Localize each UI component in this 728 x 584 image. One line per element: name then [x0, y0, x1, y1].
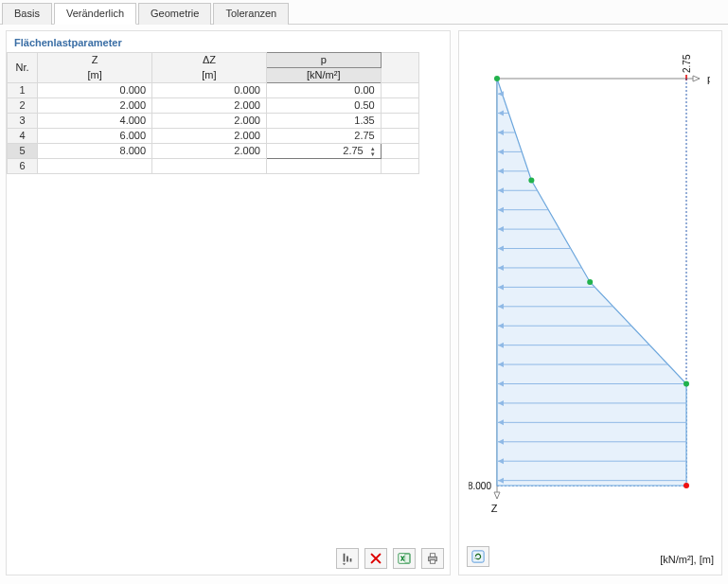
cell-z[interactable]: 2.000: [38, 98, 152, 114]
table-row[interactable]: 34.0002.0001.35: [8, 114, 419, 129]
svg-rect-3: [430, 554, 435, 557]
th-pad: [381, 53, 418, 83]
cell-dz[interactable]: 2.000: [152, 129, 267, 144]
cell-nr[interactable]: 2: [8, 98, 38, 114]
th-z[interactable]: Z: [38, 53, 152, 68]
cell-z[interactable]: [38, 159, 152, 174]
cell-p[interactable]: [266, 159, 381, 174]
svg-text:Z: Z: [491, 503, 498, 514]
print-icon: [426, 552, 439, 565]
table-row[interactable]: 10.0000.0000.00: [8, 83, 419, 98]
cell-pad: [381, 129, 418, 144]
cell-dz[interactable]: 2.000: [152, 144, 267, 159]
svg-rect-40: [472, 551, 484, 562]
axis-units-label: [kN/m²], [m]: [660, 554, 714, 565]
svg-point-36: [528, 178, 534, 184]
chart-area: p2.75Z8.000: [469, 41, 712, 537]
excel-icon: [398, 552, 411, 565]
cell-nr[interactable]: 5: [8, 144, 38, 159]
th-z-unit: [m]: [38, 68, 152, 83]
cell-p[interactable]: 0.50: [266, 98, 381, 114]
delete-button[interactable]: [364, 548, 387, 569]
cell-dz[interactable]: 0.000: [152, 83, 267, 98]
cell-pad: [381, 144, 418, 159]
panel-title: Flächenlastparameter: [7, 31, 450, 52]
load-table[interactable]: Nr. Z ΔZ p [m] [m] [kN/m²] 10.0000.0000.…: [7, 52, 419, 174]
cell-pad: [381, 98, 418, 114]
load-chart: p2.75Z8.000: [469, 41, 710, 514]
cell-p[interactable]: 2.75: [266, 129, 381, 144]
cell-p[interactable]: 1.35: [266, 114, 381, 129]
cell-nr[interactable]: 1: [8, 83, 38, 98]
left-toolbar: [7, 542, 450, 575]
th-p-unit: [kN/m²]: [266, 68, 381, 83]
th-dz[interactable]: ΔZ: [152, 53, 267, 68]
right-panel: p2.75Z8.000 [kN/m²], [m]: [458, 30, 722, 575]
cell-dz[interactable]: 2.000: [152, 98, 267, 114]
th-p[interactable]: p: [266, 53, 381, 68]
th-dz-unit: [m]: [152, 68, 267, 83]
svg-point-35: [494, 76, 500, 81]
tab-bar: Basis Veränderlich Geometrie Toleranzen: [0, 0, 728, 25]
th-nr[interactable]: Nr.: [8, 53, 38, 83]
tab-toleranzen[interactable]: Toleranzen: [213, 3, 289, 25]
cell-nr[interactable]: 6: [8, 159, 38, 174]
tab-veraenderlich[interactable]: Veränderlich: [54, 3, 136, 25]
print-button[interactable]: [421, 548, 444, 569]
svg-rect-4: [430, 560, 435, 564]
table-row[interactable]: 22.0002.0000.50: [8, 98, 419, 114]
cell-nr[interactable]: 3: [8, 114, 38, 129]
tab-geometrie[interactable]: Geometrie: [138, 3, 211, 25]
cell-dz[interactable]: 2.000: [152, 114, 267, 129]
cell-z[interactable]: 4.000: [38, 114, 152, 129]
svg-point-39: [684, 483, 689, 488]
spinner-down-icon[interactable]: ▼: [367, 151, 379, 157]
cell-pad: [381, 83, 418, 98]
table-row[interactable]: 58.0002.0002.75▲▼: [8, 144, 419, 159]
cell-pad: [381, 114, 418, 129]
table-row[interactable]: 6: [8, 159, 419, 174]
cell-p[interactable]: 2.75▲▼: [266, 144, 381, 159]
cell-pad: [381, 159, 418, 174]
svg-text:p: p: [707, 73, 710, 84]
sort-icon: [341, 552, 354, 565]
cell-dz[interactable]: [152, 159, 267, 174]
svg-text:8.000: 8.000: [469, 481, 491, 491]
tab-basis[interactable]: Basis: [2, 3, 52, 25]
table-row[interactable]: 46.0002.0002.75: [8, 129, 419, 144]
svg-point-38: [684, 381, 689, 387]
cell-z[interactable]: 6.000: [38, 129, 152, 144]
left-panel: Flächenlastparameter Nr. Z ΔZ p [m] [m] …: [6, 30, 451, 575]
x-icon: [369, 552, 382, 565]
cell-z[interactable]: 0.000: [38, 83, 152, 98]
cell-p[interactable]: 0.00: [266, 83, 381, 98]
refresh-icon: [471, 550, 485, 563]
export-excel-button[interactable]: [393, 548, 416, 569]
refresh-chart-button[interactable]: [467, 546, 489, 567]
svg-text:2.75: 2.75: [682, 54, 692, 73]
svg-point-37: [587, 279, 593, 285]
svg-rect-1: [405, 555, 409, 563]
cell-z[interactable]: 8.000: [38, 144, 152, 159]
sort-button[interactable]: [336, 548, 359, 569]
cell-nr[interactable]: 4: [8, 129, 38, 144]
